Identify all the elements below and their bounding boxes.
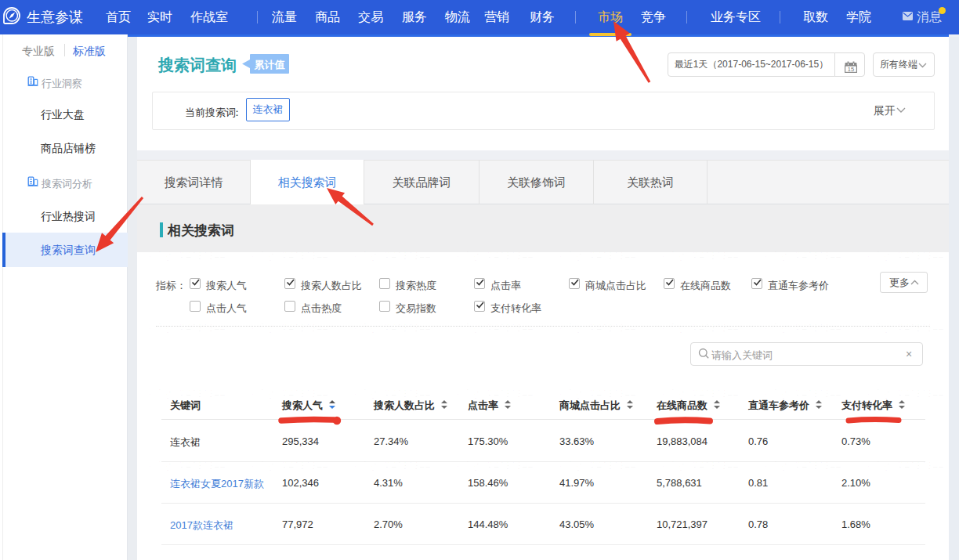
- svg-text:15: 15: [848, 66, 854, 73]
- svg-text:累计值: 累计值: [254, 59, 285, 70]
